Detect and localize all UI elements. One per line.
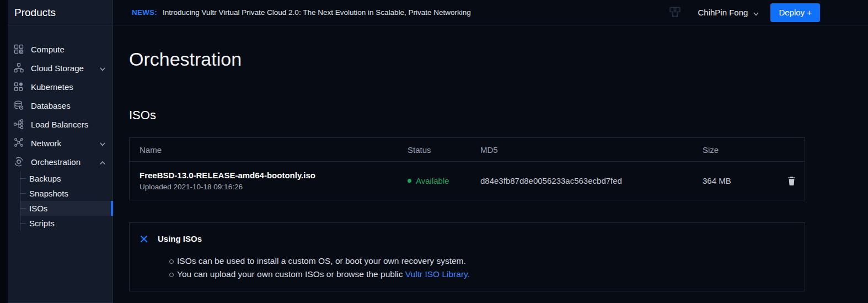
sidebar-item-databases[interactable]: Databases [8,96,112,115]
info-box-title: Using ISOs [158,234,202,243]
column-header-md5: MD5 [480,145,703,155]
iso-size: 364 MB [703,176,778,185]
orchestration-submenu: Backups Snapshots ISOs Scripts [20,171,113,231]
atm-billing-icon[interactable] [668,6,682,20]
databases-icon [13,100,24,111]
sidebar-item-label: Load Balancers [31,120,106,129]
news-text: Introducing Vultr Virtual Private Cloud … [163,8,471,17]
info-box-bullet-list: ISOs can be used to install a custom OS,… [169,254,795,281]
sidebar-item-compute[interactable]: Compute [8,40,112,59]
news-banner[interactable]: NEWS: Introducing Vultr Virtual Private … [132,8,471,17]
info-bullet-2-text: You can upload your own custom ISOs or b… [177,269,405,279]
sidebar-item-orchestration[interactable]: Orchestration [8,152,112,171]
sidebar-item-scripts[interactable]: Scripts [20,216,113,231]
sidebar-item-label: Cloud Storage [31,63,99,73]
sidebar-item-cloud-storage[interactable]: Cloud Storage [8,59,112,77]
row-actions [778,175,805,187]
sidebar-item-isos[interactable]: ISOs [20,201,113,216]
iso-uploaded-date: Uploaded 2021-10-18 09:16:26 [140,183,408,191]
user-menu[interactable]: ChihPin Fong [698,8,759,17]
sidebar-item-label: Network [31,139,99,148]
submenu-item-label: Backups [29,174,61,183]
news-label: NEWS: [132,8,157,17]
topbar-right: ChihPin Fong Deploy + [668,3,868,22]
column-header-status: Status [408,145,480,155]
sidebar-item-label: Compute [31,45,106,54]
submenu-item-label: ISOs [29,204,47,213]
chevron-down-icon [99,65,106,71]
status-badge: Available [408,176,480,185]
status-label: Available [416,176,449,185]
iso-name: FreeBSD-13.0-RELEASE-amd64-bootonly.iso [140,171,408,180]
sidebar-item-load-balancers[interactable]: Load Balancers [8,115,112,134]
chevron-up-icon [99,158,106,165]
sidebar-item-label: Databases [31,101,106,110]
status-dot-icon [408,179,411,183]
chevron-down-icon [99,140,106,146]
delete-iso-button[interactable] [786,175,797,187]
sidebar-item-kubernetes[interactable]: Kubernetes [8,77,112,96]
sidebar-item-label: Orchestration [31,157,99,167]
user-name: ChihPin Fong [698,8,748,17]
submenu-item-label: Scripts [29,219,55,228]
iso-name-cell: FreeBSD-13.0-RELEASE-amd64-bootonly.iso … [140,171,408,191]
network-icon [13,137,24,148]
iso-md5: d84e3fb87d8e0056233ac563ecbd7fed [480,176,703,185]
page-title: Orchestration [129,49,242,70]
submenu-item-label: Snapshots [29,189,68,198]
table-header-row: Name Status MD5 Size [130,138,805,162]
using-isos-info-box: Using ISOs ISOs can be used to install a… [129,222,805,291]
chevron-down-icon [753,9,759,16]
info-bullet-2: You can upload your own custom ISOs or b… [169,268,795,281]
sidebar-item-network[interactable]: Network [8,134,112,152]
table-row: FreeBSD-13.0-RELEASE-amd64-bootonly.iso … [130,162,805,200]
main-content: Orchestration ISOs Name Status MD5 Size … [113,25,868,303]
info-bullet-1: ISOs can be used to install a custom OS,… [169,254,795,268]
deploy-button[interactable]: Deploy + [770,3,820,22]
info-box-header: Using ISOs [140,234,795,243]
sidebar-item-snapshots[interactable]: Snapshots [20,186,113,201]
vultr-iso-library-link[interactable]: Vultr ISO Library [405,269,468,279]
isos-table: Name Status MD5 Size FreeBSD-13.0-RELEAS… [129,137,805,200]
kubernetes-icon [13,81,24,92]
column-header-name: Name [140,145,408,155]
column-header-size: Size [703,145,778,155]
info-bullet-2-suffix: . [468,269,470,279]
sidebar-item-backups[interactable]: Backups [20,171,113,186]
trash-icon [787,176,796,186]
topbar: NEWS: Introducing Vultr Virtual Private … [113,0,868,25]
sidebar-item-label: Kubernetes [31,82,106,92]
compute-icon [13,44,24,55]
sidebar-title: Products [8,0,112,25]
sidebar-menu: Compute Cloud Storage [8,40,112,171]
close-icon[interactable] [140,235,148,243]
cloud-storage-icon [13,62,24,73]
orchestration-icon [13,156,24,167]
load-balancers-icon [13,119,24,130]
products-sidebar: Products Compute Cloud Storage [8,0,113,303]
section-title: ISOs [129,108,156,123]
